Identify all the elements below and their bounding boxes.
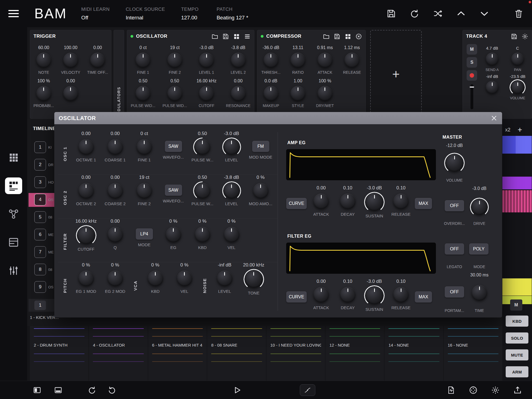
save-icon[interactable]	[511, 33, 518, 40]
view-full-icon[interactable]	[54, 386, 63, 395]
filter-eg-max-button[interactable]: MAX	[415, 291, 432, 303]
compressor-knob[interactable]	[318, 86, 332, 101]
eg-knob[interactable]	[340, 287, 355, 303]
track-number[interactable]: 4	[34, 194, 46, 205]
track-lane[interactable]: 6 - METAL HAMMER HIT 4	[148, 326, 207, 381]
octave1-knob[interactable]	[78, 139, 94, 155]
oscillator-knob[interactable]	[135, 53, 150, 68]
oscillator-knob[interactable]	[231, 86, 246, 101]
pulse-width1-knob[interactable]	[195, 139, 210, 155]
scene-number[interactable]: 1	[34, 301, 46, 310]
view-split-icon[interactable]	[33, 386, 42, 395]
vca-vel-knob[interactable]	[177, 271, 192, 286]
filter-vel-knob[interactable]	[224, 227, 239, 242]
sidebar-item-songs[interactable]	[5, 234, 22, 251]
track-lane[interactable]: 14 - NONE	[385, 326, 443, 381]
timeline-track-row[interactable]: 5 08	[34, 211, 55, 223]
modulators-tab[interactable]: MODULATORS	[114, 30, 124, 119]
compressor-knob[interactable]	[318, 53, 332, 68]
resonance-knob[interactable]	[108, 227, 123, 242]
eg-knob[interactable]	[313, 287, 329, 303]
save-icon[interactable]	[222, 33, 229, 40]
add-module-slot[interactable]: +	[370, 30, 422, 118]
overdrive-toggle[interactable]: OFF	[445, 200, 464, 211]
track-number[interactable]: 6	[34, 229, 46, 240]
compressor-knob[interactable]	[344, 53, 359, 68]
undo-icon[interactable]	[410, 9, 420, 19]
pan-knob[interactable]	[511, 53, 524, 65]
eg2-mod-knob[interactable]	[108, 271, 123, 286]
track-number[interactable]: 1	[34, 141, 46, 153]
drive-knob[interactable]	[472, 199, 487, 215]
folder-icon[interactable]	[323, 33, 330, 40]
noise-level-knob[interactable]	[217, 271, 232, 286]
sidebar-item-sequencer[interactable]	[5, 177, 22, 194]
track-lane[interactable]: 16 - NONE	[444, 326, 502, 381]
filter-eg-amount-knob[interactable]	[166, 227, 181, 242]
oscillator-knob[interactable]	[199, 86, 214, 101]
add-scene-button[interactable]: +	[518, 125, 522, 134]
coarse1-knob[interactable]	[108, 139, 123, 155]
timeline-track-row[interactable]: 9 OS	[34, 281, 55, 293]
chevron-up-icon[interactable]	[456, 9, 466, 19]
save-icon[interactable]	[334, 33, 341, 40]
upload-icon[interactable]	[513, 386, 522, 395]
track-number[interactable]: 8	[34, 264, 46, 275]
portamento-toggle[interactable]: OFF	[445, 286, 464, 298]
compressor-knob[interactable]	[290, 86, 305, 101]
rail-button[interactable]: KBD	[506, 316, 528, 327]
track-solo-button[interactable]: S	[467, 57, 477, 68]
trigger-knob[interactable]	[36, 86, 51, 101]
eg-knob[interactable]	[313, 194, 329, 209]
play-button[interactable]	[233, 386, 242, 395]
level2-knob[interactable]	[224, 183, 239, 199]
oscillator-knob[interactable]	[167, 86, 182, 101]
folder-icon[interactable]	[211, 33, 218, 40]
cutoff-knob[interactable]	[78, 227, 95, 244]
redo-icon[interactable]	[108, 386, 116, 395]
rail-button[interactable]: MUTE	[506, 349, 528, 360]
topbar-field[interactable]: CLOCK SOURCE Internal	[126, 7, 165, 21]
eg-knob[interactable]	[393, 287, 409, 303]
amp-eg-graph[interactable]	[286, 149, 436, 180]
grid-view-icon[interactable]	[344, 33, 351, 40]
send-a-knob[interactable]	[486, 53, 498, 65]
eg-knob[interactable]	[366, 194, 383, 211]
eg-knob[interactable]	[340, 194, 355, 209]
filter-mode-button[interactable]: LP4	[136, 228, 153, 240]
master-volume-knob[interactable]	[446, 154, 463, 172]
waveform2-button[interactable]: SAW	[165, 185, 182, 196]
track-fader[interactable]	[470, 84, 473, 109]
track-lane[interactable]: 12 - NONE	[326, 326, 384, 381]
undo-icon[interactable]	[88, 386, 96, 395]
settings-gear-icon[interactable]	[491, 386, 500, 395]
amp-eg-max-button[interactable]: MAX	[415, 198, 432, 209]
track-lane[interactable]: 2 - DRUM SYNTH	[30, 326, 88, 381]
compressor-knob[interactable]	[264, 53, 278, 68]
filter-eg-curve-button[interactable]: CURVE	[286, 291, 307, 303]
master-scene-button[interactable]: M	[510, 299, 522, 311]
oscillator-knob[interactable]	[231, 53, 246, 68]
zoom-level[interactable]: x2	[505, 127, 510, 133]
mod-mode-button[interactable]: FM	[252, 141, 269, 152]
octave2-knob[interactable]	[78, 183, 94, 199]
trigger-knob[interactable]	[63, 53, 78, 68]
timeline-track-row[interactable]: 4 OS	[34, 194, 55, 205]
track-lane[interactable]: 8 - 08 SNARE	[207, 326, 266, 381]
track-lane[interactable]: 4 - OSCILLATOR	[89, 326, 147, 381]
trigger-knob[interactable]	[63, 86, 78, 101]
eg-knob[interactable]	[366, 287, 383, 304]
automation-button[interactable]	[300, 384, 315, 396]
clip-blue[interactable]	[502, 136, 532, 154]
track-mute-button[interactable]: M	[467, 44, 477, 55]
topbar-field[interactable]: PATCH Beating 127 *	[217, 7, 248, 21]
topbar-field[interactable]: MIDI LEARN Off	[81, 7, 109, 21]
vca-kbd-knob[interactable]	[148, 271, 163, 286]
fine2-knob[interactable]	[137, 183, 152, 199]
track-number[interactable]: 7	[34, 246, 46, 258]
compressor-knob[interactable]	[264, 86, 278, 101]
track-number[interactable]: 2	[34, 159, 46, 171]
timeline-track-row[interactable]: 1 KI	[34, 141, 55, 153]
clip-yellow[interactable]	[502, 278, 532, 296]
export-icon[interactable]	[447, 386, 456, 395]
